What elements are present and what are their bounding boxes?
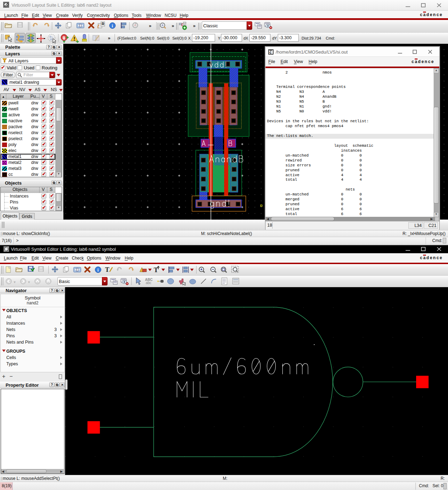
svg-text:i: i — [97, 267, 99, 272]
svg-text:i: i — [112, 23, 113, 28]
svg-text:R: R — [102, 22, 104, 26]
svg-text:T: T — [105, 266, 109, 273]
